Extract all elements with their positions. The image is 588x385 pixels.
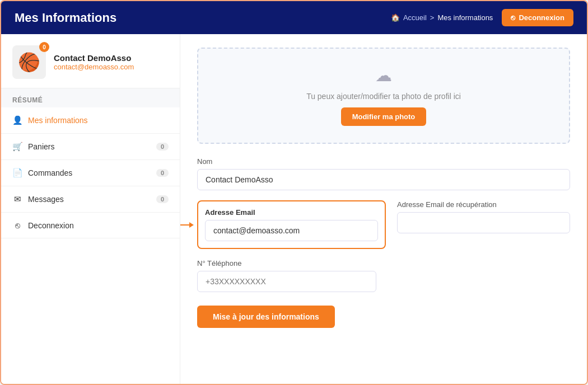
main-content: ☁ Tu peux ajouter/modifier ta photo de p… <box>180 34 587 384</box>
email-recovery-col: Adresse Email de récupération <box>397 200 570 233</box>
sidebar-item-commandes[interactable]: 📄 Commandes 0 <box>1 160 180 186</box>
breadcrumb-current: Mes informations <box>437 13 493 22</box>
email-recovery-label: Adresse Email de récupération <box>397 200 570 209</box>
email-row: Adresse Email Adresse Email de récupérat… <box>197 200 570 249</box>
logout-icon: ⎋ <box>511 13 515 22</box>
arrow-line <box>180 224 189 226</box>
profile-email: contact@demoasso.com <box>54 63 134 71</box>
phone-input-wrapper <box>197 271 376 292</box>
upload-text: Tu peux ajouter/modifier ta photo de pro… <box>306 92 461 101</box>
profile-section: 🏀 0 Contact DemoAsso contact@demoasso.co… <box>1 34 180 88</box>
nom-field-group: Nom <box>197 157 570 190</box>
sidebar-label-paniers: Paniers <box>28 142 54 151</box>
sidebar-label-messages: Messages <box>28 195 64 204</box>
email-recovery-input[interactable] <box>397 212 570 233</box>
sidebar-item-messages[interactable]: ✉ Messages 0 <box>1 186 180 213</box>
paniers-badge: 0 <box>156 143 169 151</box>
arrow-indicator <box>180 222 194 228</box>
notification-badge: 0 <box>39 42 49 52</box>
sidebar-label-mes-informations: Mes informations <box>28 116 88 125</box>
sidebar-label-commandes: Commandes <box>28 168 72 177</box>
breadcrumb-home: Accueil <box>403 13 427 22</box>
deconnexion-label: Deconnexion <box>519 13 564 22</box>
breadcrumb: 🏠 Accueil > Mes informations <box>391 13 493 22</box>
photo-upload-area: ☁ Tu peux ajouter/modifier ta photo de p… <box>197 48 570 144</box>
document-icon: 📄 <box>12 168 22 178</box>
profile-info: Contact DemoAsso contact@demoasso.com <box>54 53 134 71</box>
arrow-head <box>189 222 194 228</box>
header: Mes Informations 🏠 Accueil > Mes informa… <box>1 1 587 34</box>
sidebar: 🏀 0 Contact DemoAsso contact@demoasso.co… <box>1 34 180 384</box>
header-deconnexion-button[interactable]: ⎋ Deconnexion <box>502 9 573 26</box>
modify-photo-button[interactable]: Modifier ma photo <box>341 107 427 126</box>
body-layout: 🏀 0 Contact DemoAsso contact@demoasso.co… <box>1 34 587 384</box>
submit-button[interactable]: Mise à jour des informations <box>197 306 335 328</box>
upload-cloud-icon: ☁ <box>375 65 392 85</box>
commandes-badge: 0 <box>156 169 169 177</box>
avatar-wrapper: 🏀 0 <box>12 45 46 79</box>
sidebar-item-paniers[interactable]: 🛒 Paniers 0 <box>1 134 180 160</box>
sidebar-item-mes-informations[interactable]: 👤 Mes informations <box>1 107 180 134</box>
logout-sidebar-icon: ⎋ <box>12 220 22 230</box>
user-icon: 👤 <box>12 115 22 125</box>
email-input[interactable] <box>205 220 378 241</box>
page-wrapper: Mes Informations 🏠 Accueil > Mes informa… <box>0 0 588 385</box>
messages-badge: 0 <box>156 195 169 203</box>
home-icon: 🏠 <box>391 13 400 22</box>
profile-name: Contact DemoAsso <box>54 53 134 63</box>
email-highlighted-box: Adresse Email <box>197 200 386 249</box>
sidebar-item-deconnexion[interactable]: ⎋ Deconnexion <box>1 213 180 238</box>
nom-input[interactable] <box>197 169 570 190</box>
envelope-icon: ✉ <box>12 194 22 204</box>
header-right: 🏠 Accueil > Mes informations ⎋ Deconnexi… <box>391 9 573 26</box>
phone-input[interactable] <box>197 271 376 292</box>
sidebar-section-label: Résumé <box>1 88 180 107</box>
phone-label: N° Téléphone <box>197 259 570 267</box>
sidebar-label-deconnexion: Deconnexion <box>28 221 74 230</box>
nom-label: Nom <box>197 157 570 166</box>
page-title: Mes Informations <box>15 11 116 25</box>
email-label: Adresse Email <box>205 208 378 217</box>
phone-field-group: N° Téléphone <box>197 259 570 292</box>
breadcrumb-separator: > <box>430 13 435 22</box>
cart-icon: 🛒 <box>12 142 22 152</box>
